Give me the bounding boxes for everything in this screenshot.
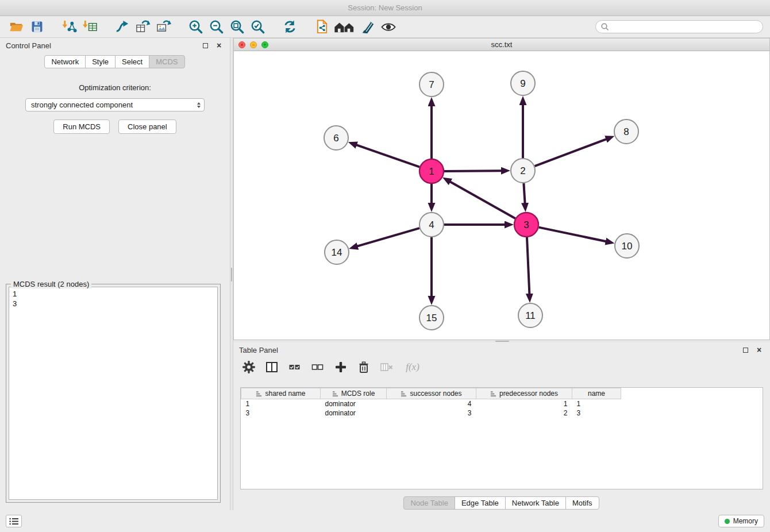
graph-node[interactable]: 6	[324, 126, 348, 150]
app-window: Session: New Session	[0, 0, 770, 532]
network-view-titlebar[interactable]: × − + scc.txt	[234, 38, 769, 51]
refresh-view-button[interactable]	[279, 18, 300, 36]
graph-edge[interactable]	[357, 228, 419, 246]
add-column-button[interactable]	[332, 358, 349, 376]
network-view-window: × − + scc.txt 1234678910111415	[233, 38, 770, 340]
graph-node[interactable]: 10	[615, 234, 639, 258]
show-columns-button[interactable]	[263, 358, 280, 376]
tab-style[interactable]: Style	[85, 55, 116, 68]
home-views-button[interactable]	[332, 18, 357, 36]
refresh-icon	[282, 19, 298, 34]
graph-edge[interactable]	[450, 182, 515, 218]
tab-edge-table[interactable]: Edge Table	[455, 496, 506, 510]
graph-node[interactable]: 9	[511, 71, 535, 95]
open-file-button[interactable]	[6, 18, 26, 36]
delete-row-button[interactable]	[355, 358, 372, 376]
network-canvas[interactable]: 1234678910111415	[234, 51, 769, 340]
apply-style-button[interactable]	[357, 18, 378, 36]
columns-icon	[265, 361, 278, 373]
table-toolbar: f(x)	[240, 358, 424, 376]
zoom-selected-button[interactable]	[247, 18, 268, 36]
function-builder-button[interactable]: f(x)	[401, 358, 424, 376]
column-header-mcds-role[interactable]: MCDS role	[321, 388, 387, 399]
graph-node[interactable]: 1	[419, 159, 444, 183]
select-all-button[interactable]	[286, 358, 303, 376]
graph-node[interactable]: 7	[419, 72, 444, 97]
list-icon	[9, 518, 18, 525]
float-panel-button[interactable]	[200, 40, 210, 51]
mcds-result-title: MCDS result (2 nodes)	[11, 280, 91, 288]
search-input[interactable]	[609, 23, 758, 31]
unselect-all-button[interactable]	[309, 358, 326, 376]
import-table-button[interactable]	[79, 18, 100, 36]
tab-network-table[interactable]: Network Table	[505, 496, 566, 510]
table-row[interactable]: 3dominator323	[241, 408, 621, 418]
graph-node[interactable]: 15	[419, 306, 444, 330]
show-hide-graphics-button[interactable]	[378, 18, 399, 36]
zoom-out-button[interactable]	[206, 18, 226, 36]
graph-edge[interactable]	[444, 171, 502, 171]
clone-network-button[interactable]	[132, 18, 153, 36]
tab-node-table[interactable]: Node Table	[403, 496, 455, 510]
import-network-button[interactable]	[59, 18, 79, 36]
graph-node[interactable]: 8	[614, 119, 638, 144]
graph-node[interactable]: 4	[419, 213, 444, 237]
column-header-predecessor-nodes[interactable]: predecessor nodes	[476, 388, 572, 399]
tab-mcds[interactable]: MCDS	[149, 55, 184, 68]
titlebar[interactable]: Session: New Session	[0, 0, 770, 16]
graph-edge[interactable]	[523, 183, 525, 203]
column-header-successor-nodes[interactable]: successor nodes	[387, 388, 476, 399]
search-field[interactable]	[595, 20, 763, 33]
task-history-button[interactable]	[6, 515, 22, 527]
zoom-in-button[interactable]	[185, 18, 206, 36]
minimize-window-button[interactable]: −	[250, 41, 257, 48]
mcds-result-list[interactable]: 1 3	[9, 287, 218, 500]
table-panel-title: Table Panel	[239, 346, 278, 354]
maximize-window-button[interactable]: +	[261, 41, 268, 48]
zoom-fit-icon	[229, 19, 245, 34]
network-graph[interactable]: 1234678910111415	[234, 51, 769, 340]
svg-text:15: 15	[426, 313, 437, 323]
run-mcds-button[interactable]: Run MCDS	[53, 119, 110, 134]
graph-edge[interactable]	[535, 139, 607, 166]
graph-edge[interactable]	[356, 145, 419, 167]
zoom-out-icon	[209, 19, 224, 34]
close-table-panel-button[interactable]: ×	[754, 345, 764, 355]
column-header-name[interactable]: name	[572, 388, 621, 399]
svg-text:6: 6	[333, 133, 338, 144]
svg-text:14: 14	[332, 247, 342, 258]
graph-edge[interactable]	[539, 228, 606, 242]
zoom-fit-button[interactable]	[226, 18, 247, 36]
svg-text:8: 8	[623, 126, 629, 137]
export-network-button[interactable]	[311, 18, 332, 36]
graph-node[interactable]: 3	[514, 213, 538, 237]
save-session-button[interactable]	[26, 18, 47, 36]
svg-text:10: 10	[622, 241, 633, 252]
node-table-container[interactable]: shared name MCDS role	[240, 387, 763, 489]
splitter-grip	[495, 341, 509, 342]
tab-select[interactable]: Select	[115, 55, 149, 68]
graph-node[interactable]: 11	[518, 303, 542, 327]
tab-network[interactable]: Network	[44, 55, 86, 68]
table-settings-button[interactable]	[240, 358, 257, 376]
memory-button[interactable]: Memory	[718, 515, 764, 527]
close-panel-button[interactable]: ×	[214, 40, 224, 51]
table-arrow-icon	[135, 19, 151, 34]
table-row[interactable]: 1dominator411	[241, 399, 621, 409]
tab-motifs[interactable]: Motifs	[565, 496, 599, 510]
table-panel: Table Panel ×	[233, 342, 770, 494]
network-from-arrows-button[interactable]	[111, 18, 132, 36]
column-header-shared-name[interactable]: shared name	[241, 388, 321, 399]
graph-edge[interactable]	[527, 237, 529, 294]
svg-text:1: 1	[429, 166, 434, 177]
graph-node[interactable]: 14	[325, 240, 349, 264]
graph-node[interactable]: 2	[511, 159, 535, 183]
table-tabs: Node Table Edge Table Network Table Moti…	[233, 496, 770, 510]
optimization-criterion-select[interactable]: strongly connected component	[25, 98, 205, 111]
export-image-button[interactable]	[153, 18, 174, 36]
delete-column-button[interactable]	[378, 358, 395, 376]
float-table-panel-button[interactable]	[740, 345, 750, 355]
close-window-button[interactable]: ×	[238, 41, 245, 48]
close-panel-action-button[interactable]: Close panel	[118, 119, 176, 134]
sort-icon	[490, 391, 496, 397]
